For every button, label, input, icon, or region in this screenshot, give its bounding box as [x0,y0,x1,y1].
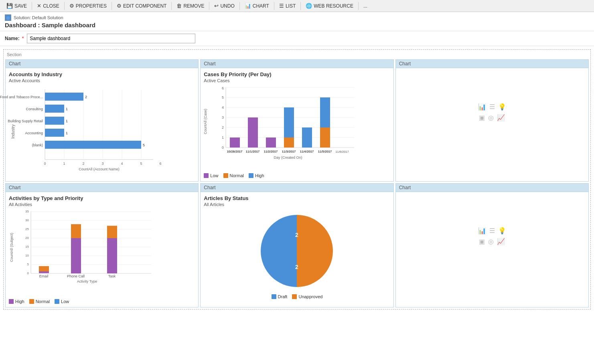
toolbar-separator-6 [239,2,240,10]
svg-text:5: 5 [143,143,145,147]
svg-rect-24 [45,129,64,137]
more-button[interactable]: ... [360,2,371,10]
svg-text:11/3/2017: 11/3/2017 [282,150,296,154]
legend-low-dot [204,173,209,178]
chart-title-4: Activities by Type and Priority [9,195,195,201]
save-button[interactable]: 💾 SAVE [3,2,30,10]
chart-activities: Chart Activities by Type and Priority Al… [5,183,199,307]
toolbar-separator-7 [274,2,274,10]
chart-empty-2: Chart 📊 ☰ 💡 ▣ ◎ 📈 [395,183,589,307]
chart-cases-by-priority: Chart Cases By Priority (Per Day) Active… [200,59,393,182]
cases-chart-svg: CountAll (Case) 0 1 [204,85,360,170]
chart-title-1: Accounts by Industry [9,71,195,77]
legend-normal-dot-act [29,299,34,304]
legend-low: Low [204,173,218,178]
chart-subtitle-2: Active Cases [204,78,390,83]
list-icon-empty[interactable]: ☰ [489,103,495,111]
lightbulb-icon-2[interactable]: 💡 [498,227,506,235]
svg-text:11/5/2017: 11/5/2017 [318,150,332,154]
legend-normal-dot [223,173,228,178]
svg-text:4: 4 [121,162,123,166]
svg-text:11/4/2017: 11/4/2017 [300,150,314,154]
svg-text:11/1/2017: 11/1/2017 [246,150,259,154]
legend-draft: Draft [272,294,288,299]
legend-normal: Normal [223,173,244,178]
properties-button[interactable]: ⚙ PROPERTIES [66,2,110,10]
close-button[interactable]: ✕ CLOSE [34,2,63,10]
chart-header-5: Chart [201,184,393,192]
undo-button[interactable]: ↩ UNDO [211,2,237,10]
trend-icon[interactable]: 📈 [497,114,505,121]
svg-text:11/6/2017: 11/6/2017 [336,150,349,154]
svg-text:3: 3 [101,162,103,166]
name-label: Name: [5,36,20,41]
save-icon: 💾 [6,3,13,9]
legend-high-act: High [9,299,24,304]
dashboard-area: Section Chart Accounts by Industry Activ… [3,49,591,309]
toolbar-separator-5 [209,2,209,10]
empty-chart-icons-1: 📊 ☰ 💡 ▣ ◎ 📈 [478,71,506,153]
chart-header-6: Chart [396,184,588,192]
svg-text:5: 5 [222,95,224,99]
svg-text:Phone Call: Phone Call [67,274,85,278]
activities-chart-svg: CountAll (Subject) [9,209,161,295]
svg-rect-91 [71,238,81,273]
svg-text:1: 1 [66,131,68,135]
activities-legend: High Normal Low [9,299,195,304]
toolbar-separator-2 [64,2,65,10]
svg-text:1: 1 [63,162,65,166]
web-resource-button[interactable]: 🌐 WEB RESOURCE [302,2,357,10]
toolbar-separator [32,2,32,10]
svg-text:2: 2 [85,95,87,99]
legend-high-dot-act [9,299,14,304]
remove-button[interactable]: 🗑 REMOVE [173,2,207,10]
legend-normal-act: Normal [29,299,50,304]
chart-row-1: Chart Accounts by Industry Active Accoun… [5,59,589,182]
dashboard-title: Dashboard : Sample dashboard [5,22,589,28]
svg-text:1: 1 [222,135,224,140]
edit-icon: ⚙ [117,3,122,9]
svg-text:0: 0 [44,162,46,166]
svg-text:15: 15 [25,245,29,249]
remove-icon: 🗑 [176,3,182,9]
svg-text:1: 1 [66,107,68,111]
svg-text:6: 6 [159,162,161,166]
chart-title-5: Articles By Status [204,195,390,201]
chart-button[interactable]: 📊 CHART [241,2,272,10]
svg-text:Day (Created On): Day (Created On) [274,156,302,160]
chart-accounts-by-industry: Chart Accounts by Industry Active Accoun… [5,59,199,182]
chart-articles: Chart Articles By Status All Articles 2 … [200,183,393,307]
svg-rect-18 [45,105,64,113]
bar-chart-icon-2[interactable]: 📊 [478,227,486,235]
grid-icon[interactable]: ▣ [479,114,485,121]
dashboard-name-input[interactable] [27,34,195,43]
trend-icon-2[interactable]: 📈 [497,238,505,245]
lightbulb-icon[interactable]: 💡 [498,103,506,111]
toolbar-separator-4 [171,2,172,10]
globe-icon-2[interactable]: ◎ [488,238,494,245]
list-icon-empty-2[interactable]: ☰ [489,227,495,235]
chart-header-1: Chart [6,60,198,68]
grid-icon-2[interactable]: ▣ [479,238,485,245]
svg-text:2: 2 [82,162,84,166]
svg-text:35: 35 [25,210,29,213]
globe-icon[interactable]: ◎ [488,114,494,121]
section-label: Section [5,51,589,58]
svg-text:2: 2 [296,264,299,270]
bar-chart-icon[interactable]: 📊 [478,103,486,111]
edit-component-button[interactable]: ⚙ EDIT COMPONENT [114,2,170,10]
svg-text:5: 5 [27,263,29,266]
chart-subtitle-1: Active Accounts [9,78,195,83]
list-button[interactable]: ☰ LIST [276,2,299,10]
undo-icon: ↩ [214,3,219,9]
svg-text:Email: Email [39,274,49,278]
svg-text:0: 0 [222,146,224,150]
svg-text:2: 2 [222,125,224,129]
svg-text:CountAll (Case): CountAll (Case) [203,109,207,134]
svg-rect-54 [320,127,330,148]
empty-chart-icons-2: 📊 ☰ 💡 ▣ ◎ 📈 [478,195,506,277]
chart-body-2: Cases By Priority (Per Day) Active Cases… [201,68,393,178]
solution-icon: □ [5,14,11,21]
svg-text:1: 1 [66,119,68,123]
svg-rect-21 [45,117,64,125]
